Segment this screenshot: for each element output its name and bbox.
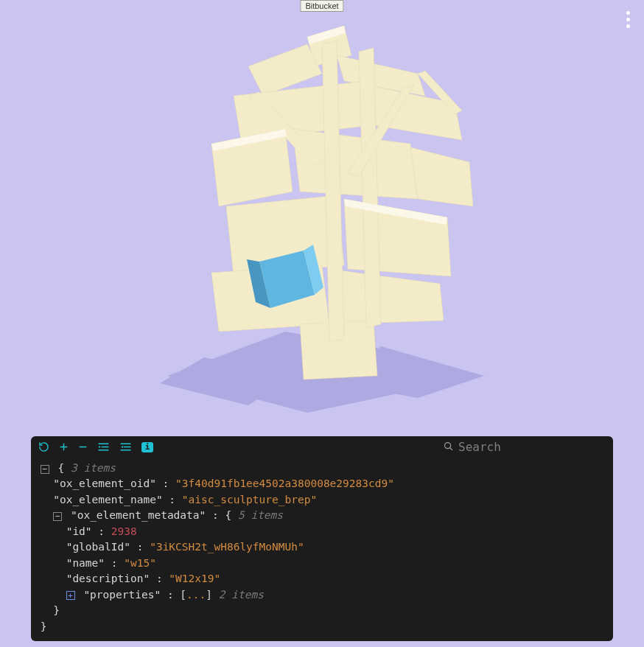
indent-more-icon[interactable] — [97, 441, 110, 452]
collapse-toggle-icon[interactable]: − — [53, 512, 62, 521]
search-icon — [443, 441, 454, 454]
json-line-root[interactable]: − { 3 items — [34, 461, 613, 476]
search-wrap — [443, 440, 606, 454]
json-line[interactable]: − "ox_element_metadata" : { 5 items — [34, 508, 613, 523]
json-line[interactable]: "name" : "w15" — [34, 556, 613, 571]
json-line[interactable]: "ox_element_oid" : "3f40d91fb1ee4502a380… — [34, 476, 613, 492]
json-line[interactable]: "description" : "W12x19" — [34, 571, 613, 587]
json-line: } — [34, 619, 613, 634]
expand-toggle-icon[interactable]: + — [66, 591, 75, 600]
json-line[interactable]: "id" : 2938 — [34, 524, 613, 539]
json-body: − { 3 items "ox_element_oid" : "3f40d91f… — [31, 457, 613, 639]
item-count: 5 items — [238, 509, 283, 521]
svg-marker-10 — [410, 147, 473, 206]
info-icon[interactable]: i — [141, 442, 153, 452]
json-line[interactable]: + "properties" : [...] 2 items — [34, 587, 613, 603]
collapse-icon[interactable] — [78, 442, 88, 452]
model-3d-view[interactable] — [0, 7, 644, 435]
svg-marker-14 — [329, 269, 444, 324]
json-line[interactable]: "ox_element_name" : "aisc_sculpture_brep… — [34, 492, 613, 508]
item-count: 2 items — [219, 589, 264, 601]
model-svg — [101, 15, 543, 427]
svg-line-37 — [450, 447, 452, 450]
viewport: Bitbucket — [0, 0, 644, 647]
search-input[interactable] — [458, 440, 532, 454]
collapse-toggle-icon[interactable]: − — [41, 465, 49, 474]
expand-icon[interactable] — [59, 442, 69, 452]
json-line: } — [34, 603, 613, 618]
json-toolbar: i — [31, 436, 613, 457]
item-count: 3 items — [71, 462, 116, 474]
json-inspector-panel: i − { 3 items "ox_element_oid" : "3f40d9… — [31, 436, 613, 641]
refresh-icon[interactable] — [38, 441, 49, 452]
indent-less-icon[interactable] — [119, 441, 132, 452]
json-line[interactable]: "globalId" : "3iKCSH2t_wH86lyfMoNMUh" — [34, 539, 613, 555]
